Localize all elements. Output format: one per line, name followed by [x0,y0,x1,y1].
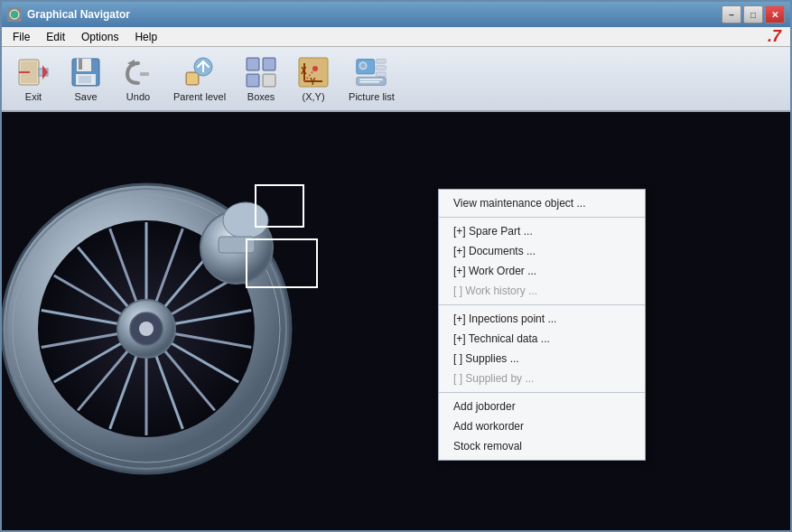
menu-options[interactable]: Options [74,29,126,45]
save-button[interactable]: Save [63,52,108,106]
menu-file[interactable]: File [5,29,37,45]
xy-icon-container: X Y [297,56,330,89]
svg-rect-38 [357,77,386,85]
ctx-separator-1 [439,217,645,218]
ctx-supplied-by: [ ] Supplied by ... [439,369,645,388]
window-title: Graphical Navigator [27,8,130,21]
exit-button[interactable]: Exit [11,52,56,106]
menu-edit[interactable]: Edit [39,29,72,45]
ctx-documents[interactable]: [+] Documents ... [439,241,645,261]
svg-text:Y: Y [310,77,316,87]
svg-rect-8 [79,59,82,70]
svg-marker-4 [42,65,48,79]
ctx-inspections[interactable]: [+] Inpections point ... [439,309,645,329]
context-menu: View maintenance object ... [+] Spare Pa… [438,189,646,461]
ctx-spare-part[interactable]: [+] Spare Part ... [439,221,645,241]
ctx-work-order[interactable]: [+] Work Order ... [439,261,645,281]
ctx-stock-removal[interactable]: Stock removal [439,436,645,456]
canvas-area[interactable]: View maintenance object ... [+] Spare Pa… [2,112,790,530]
svg-rect-14 [187,73,198,84]
main-window: Graphical Navigator – □ ✕ File Edit Opti… [0,0,792,532]
ctx-add-workorder[interactable]: Add workorder [439,416,645,436]
parent-level-icon-container [183,56,216,89]
svg-rect-37 [377,72,387,77]
picture-list-button[interactable]: Picture list [343,52,400,106]
menu-bar: File Edit Options Help .7 [2,27,790,47]
ctx-technical[interactable]: [+] Technical data ... [439,329,645,349]
svg-rect-36 [377,65,387,70]
svg-rect-10 [79,76,91,83]
exit-label: Exit [25,91,42,102]
svg-rect-35 [377,59,387,63]
toolbar: Exit Save Undo [2,47,790,112]
svg-rect-68 [219,237,255,253]
svg-point-34 [361,63,366,68]
undo-button[interactable]: Undo [116,52,161,106]
svg-rect-22 [247,75,258,86]
xy-label: (X,Y) [303,91,325,102]
ctx-work-history: [ ] Work history ... [439,281,645,301]
svg-text:X: X [301,66,307,76]
picture-list-icon-container [355,56,387,89]
boxes-button[interactable]: Boxes [238,52,284,106]
close-button[interactable]: ✕ [765,5,785,23]
svg-rect-24 [264,75,275,86]
boxes-label: Boxes [247,91,275,102]
xy-button[interactable]: X Y (X,Y) [291,52,336,106]
ctx-separator-3 [439,392,645,393]
save-icon-container [70,56,102,89]
save-label: Save [74,91,97,102]
title-bar: Graphical Navigator – □ ✕ [2,2,790,27]
boxes-icon-container [245,56,277,89]
ctx-supplies[interactable]: [ ] Supplies ... [439,349,645,369]
brand-logo: .7 [768,27,787,46]
svg-rect-18 [247,59,258,70]
picture-list-label: Picture list [349,91,395,102]
ctx-add-joborder[interactable]: Add joborder [439,397,645,416]
parent-level-label: Parent level [173,91,226,102]
minimize-button[interactable]: – [722,5,741,23]
svg-point-67 [223,202,268,238]
exit-icon-container [17,56,50,89]
window-controls: – □ ✕ [722,5,785,23]
undo-label: Undo [126,91,150,102]
engine-visual [2,130,363,509]
ctx-view-maintenance[interactable]: View maintenance object ... [439,193,645,213]
svg-point-63 [139,322,154,336]
parent-level-button[interactable]: Parent level [168,52,231,106]
maximize-button[interactable]: □ [743,5,763,23]
ctx-separator-2 [439,304,645,305]
undo-icon-container [122,56,154,89]
svg-rect-20 [264,59,275,70]
svg-point-0 [10,10,19,19]
app-icon [7,7,22,22]
menu-help[interactable]: Help [127,29,164,45]
svg-rect-12 [140,72,149,76]
